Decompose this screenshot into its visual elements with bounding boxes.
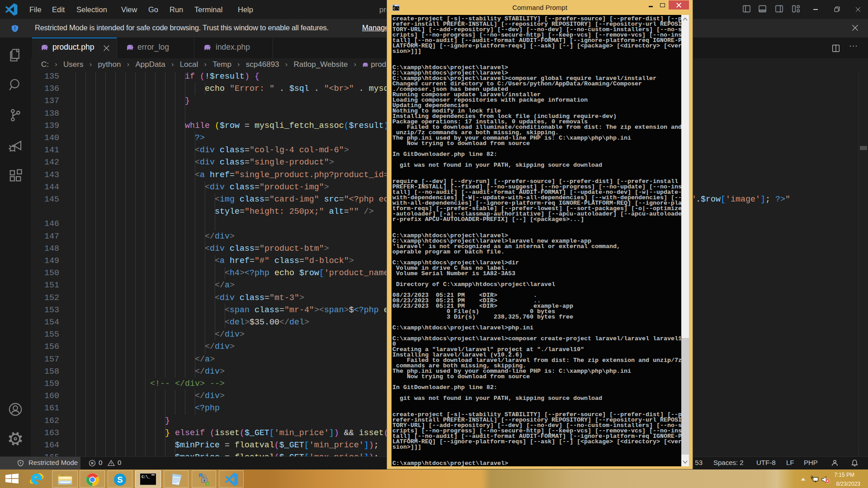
- svg-text:S: S: [117, 475, 123, 484]
